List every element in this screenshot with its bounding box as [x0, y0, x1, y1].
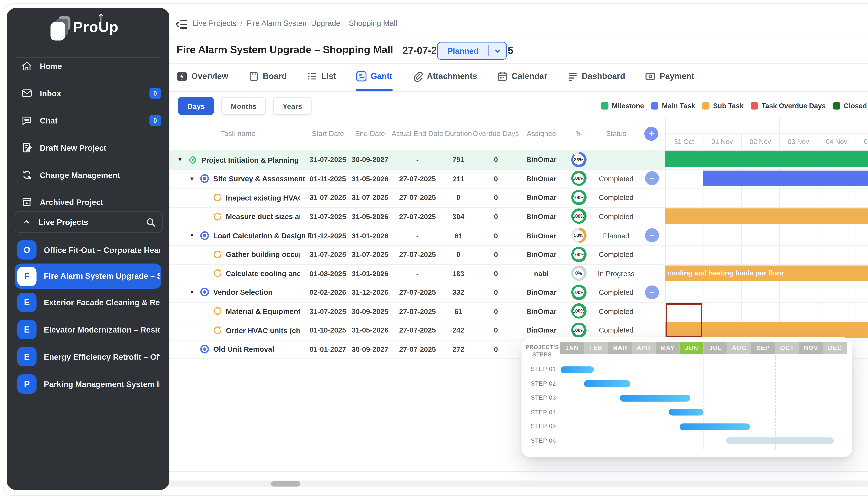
task-name[interactable]: Inspect existing HVAC equi [226, 194, 299, 201]
task-name[interactable]: Site Survey & Assessment [213, 175, 305, 183]
collapse-sidebar-icon[interactable] [175, 18, 188, 30]
sidebar-live-projects-header[interactable]: Live Projects [15, 211, 163, 233]
divider [488, 45, 489, 56]
task-name[interactable]: Calculate cooling and heati [226, 270, 299, 277]
task-name[interactable]: Material & Equipment Orde [226, 307, 299, 315]
task-name[interactable]: Old Unit Removal [213, 345, 274, 353]
calendar-icon [497, 71, 508, 81]
sidebar-project-item[interactable]: E Elevator Modernization – Reside... [7, 316, 169, 343]
sidebar-project-item[interactable]: F Fire Alarm System Upgrade – Sh... [15, 263, 162, 289]
tab-payment[interactable]: Payment [645, 67, 694, 91]
sidebar-project-item[interactable]: O Office Fit-Out – Corporate Head... [7, 236, 169, 263]
tab-dashboard[interactable]: Dashboard [567, 67, 625, 91]
search-icon[interactable] [146, 217, 155, 227]
target-date-box[interactable] [665, 303, 702, 337]
collapse-caret-icon[interactable]: ▼ [189, 176, 196, 182]
project-initial-badge: P [17, 374, 37, 394]
cell-end-date: 31-12-2026 [349, 283, 391, 302]
task-name[interactable]: Measure duct sizes and lay [226, 212, 299, 221]
task-name[interactable]: Gather building occupancy [226, 250, 299, 259]
gantt-zoom-controls: DaysMonthsYears [178, 97, 311, 115]
breadcrumb: Live Projects/Fire Alarm System Upgrade … [193, 19, 397, 27]
tab-list[interactable]: List [307, 67, 336, 91]
column-header[interactable]: Assignee [519, 117, 564, 150]
cell-assignee: BinOmar [519, 207, 564, 226]
horizontal-scrollbar-thumb[interactable] [271, 481, 300, 487]
task-name[interactable]: Order HVAC units (chillers, [226, 326, 299, 334]
sidebar-item-change-management[interactable]: Change Management [7, 161, 169, 188]
column-header[interactable]: Duration [444, 117, 473, 150]
dashboard-icon [567, 71, 578, 81]
cell-duration: 61 [444, 226, 473, 245]
row-add-button[interactable]: + [645, 228, 659, 242]
breadcrumb-section[interactable]: Live Projects [193, 19, 237, 27]
add-column-button[interactable]: + [644, 127, 658, 141]
task-name[interactable]: Load Calculation & Design Re [213, 232, 311, 239]
gantt-bar-sub[interactable] [665, 209, 868, 224]
sidebar-project-item[interactable]: P Parking Management System In... [7, 370, 169, 397]
column-header[interactable]: End Date [349, 117, 391, 150]
project-initial-badge: F [17, 266, 37, 286]
logo-icon [51, 22, 65, 40]
tab-calendar[interactable]: Calendar [497, 67, 547, 91]
cell-start-date: 01-08-2025 [307, 264, 349, 283]
row-add-button[interactable]: + [645, 172, 659, 185]
chevron-down-icon [489, 45, 506, 57]
gantt-bar-milestone[interactable] [665, 152, 868, 167]
row-add-button[interactable]: + [645, 285, 659, 299]
progress-ring: 50% [564, 228, 593, 243]
project-status-select[interactable]: Planned [437, 42, 507, 60]
gantt-bar-sub[interactable]: cooling and heating loads per floor [665, 265, 868, 281]
column-header[interactable]: Status [593, 117, 639, 150]
project-initial-badge: E [17, 320, 37, 339]
gantt-bar-main[interactable] [703, 171, 868, 186]
zoom-months-button[interactable]: Months [221, 97, 266, 115]
progress-ring: 88% [564, 152, 593, 167]
cell-overdue-days: 0 [473, 283, 519, 302]
draft-icon [21, 142, 33, 153]
sidebar-item-draft-new-project[interactable]: Draft New Project [7, 134, 169, 161]
column-header[interactable]: % [564, 117, 593, 150]
tab-label: Gantt [371, 71, 392, 81]
collapse-caret-icon[interactable]: ▼ [189, 233, 196, 238]
popup-step-label: STEP 02 [522, 377, 556, 391]
sidebar-item-label: Home [40, 62, 62, 71]
column-header[interactable]: Overdue Days [473, 117, 519, 150]
popup-step-bar [561, 366, 594, 372]
tab-gantt[interactable]: Gantt [356, 67, 392, 91]
project-label: Office Fit-Out – Corporate Head... [44, 245, 160, 254]
zoom-days-button[interactable]: Days [178, 97, 214, 115]
cell-start-date: 01-01-2027 [307, 340, 349, 358]
zoom-years-button[interactable]: Years [273, 97, 311, 115]
task-name[interactable]: Vendor Selection [213, 288, 272, 296]
task-name[interactable]: Project Initiation & Planning [201, 156, 298, 164]
chevron-up-icon [23, 218, 30, 226]
cell-duration: 242 [444, 321, 473, 340]
legend-item: Sub Task [702, 102, 743, 109]
tab-board[interactable]: Board [248, 67, 287, 91]
sidebar-item-home[interactable]: Home [7, 52, 169, 80]
cell-overdue-days: 0 [473, 188, 519, 207]
legend-swatch [651, 102, 659, 109]
progress-ring: 0% [564, 265, 593, 281]
project-label: Elevator Modernization – Reside... [44, 325, 160, 334]
collapse-caret-icon[interactable]: ▼ [189, 289, 196, 295]
progress-ring: 100% [564, 190, 593, 205]
attach-icon [412, 71, 423, 81]
column-header[interactable]: Task name [169, 117, 307, 150]
column-header[interactable]: Actual End Date [391, 117, 444, 150]
tab-label: Attachments [427, 71, 477, 81]
progress-ring: 100% [564, 171, 593, 186]
legend-swatch [702, 102, 710, 109]
sidebar-project-item[interactable]: E Energy Efficiency Retrofit – Offic... [7, 343, 169, 370]
tab-attachments[interactable]: Attachments [412, 67, 477, 91]
live-projects-label: Live Projects [39, 217, 88, 227]
cell-duration: 272 [444, 340, 473, 358]
sidebar-item-inbox[interactable]: Inbox 0 [7, 80, 169, 107]
collapse-caret-icon[interactable]: ▼ [177, 157, 184, 162]
sidebar-item-chat[interactable]: Chat 0 [7, 107, 169, 134]
column-header[interactable]: Start Date [307, 117, 349, 150]
tab-overview[interactable]: Overview [177, 67, 228, 91]
popup-step-label: STEP 04 [522, 405, 556, 419]
sidebar-project-item[interactable]: E Exterior Facade Cleaning & Repa... [7, 289, 169, 316]
